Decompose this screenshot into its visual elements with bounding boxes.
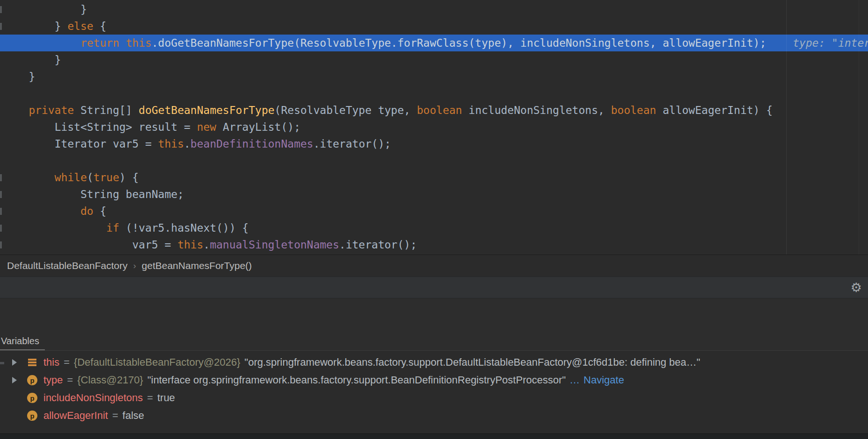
variables-list: this={DefaultListableBeanFactory@2026}"o… <box>0 354 868 425</box>
code-line[interactable]: Iterator var5 = this.beanDefinitionNames… <box>0 135 868 152</box>
code-line[interactable] <box>0 85 868 102</box>
code-token: .doGetBeanNamesForType(ResolvableType.fo… <box>152 37 766 49</box>
navigate-link[interactable]: Navigate <box>583 374 624 386</box>
equals-sign: = <box>64 356 70 368</box>
code-token: .iterator(); <box>313 138 391 150</box>
code-token: while <box>55 171 87 184</box>
code-token: boolean <box>611 104 656 116</box>
code-token: . <box>184 138 191 150</box>
code-line[interactable]: if (!var5.hasNext()) { <box>0 220 868 236</box>
code-token: beanDefinitionNames <box>191 138 313 150</box>
expand-arrow-icon[interactable] <box>12 377 27 383</box>
code-token: List<String> result = <box>3 121 197 133</box>
code-token: Iterator var5 = <box>3 138 158 150</box>
code-token <box>3 104 28 116</box>
code-token: var5 = <box>3 239 178 251</box>
code-token: .iterator(); <box>339 239 417 251</box>
debug-tabs-row: Variables <box>0 333 868 351</box>
editor-edge-line <box>859 0 859 255</box>
variable-value: false <box>122 410 144 422</box>
truncation-ellipsis: … <box>569 374 580 386</box>
code-line[interactable]: } <box>0 1 868 18</box>
debug-tool-window-header: ⚙ <box>0 276 868 298</box>
code-token: if <box>107 222 120 234</box>
code-token: else <box>67 20 93 32</box>
gutter-mark <box>0 225 2 232</box>
variable-name: includeNonSingletons <box>43 392 143 404</box>
gutter-mark <box>0 6 2 13</box>
expand-arrow-icon[interactable] <box>12 359 27 366</box>
code-token: return <box>80 37 119 49</box>
code-token: { <box>93 205 107 217</box>
code-line[interactable]: String beanName; <box>0 186 868 203</box>
variable-value: true <box>157 392 175 404</box>
object-value-icon <box>27 357 37 368</box>
code-token: ArrayList(); <box>216 121 300 133</box>
code-token: boolean <box>417 104 462 116</box>
code-token: ) { <box>119 171 139 184</box>
tab-variables[interactable]: Variables <box>0 333 45 350</box>
code-line[interactable]: do { <box>0 203 868 220</box>
bottom-border-strip <box>0 433 868 439</box>
equals-sign: = <box>147 392 153 404</box>
parameter-icon: p <box>27 375 37 385</box>
code-token: doGetBeanNamesForType <box>139 104 275 116</box>
variables-panel: this={DefaultListableBeanFactory@2026}"o… <box>0 351 868 433</box>
code-token: do <box>80 205 93 217</box>
gutter-mark <box>0 23 2 30</box>
variable-row[interactable]: pincludeNonSingletons=true <box>0 389 868 407</box>
gutter-mark <box>0 191 2 198</box>
code-token: (ResolvableType type, <box>275 104 417 116</box>
code-line[interactable]: private String[] doGetBeanNamesForType(R… <box>0 102 868 119</box>
code-line[interactable]: } <box>0 68 868 85</box>
code-editor[interactable]: } } else { return this.doGetBeanNamesFor… <box>0 0 868 255</box>
breadcrumb-separator-icon: › <box>133 261 136 271</box>
code-line[interactable]: var5 = this.manualSingletonNames.iterato… <box>0 236 868 253</box>
variable-value: "org.springframework.beans.factory.suppo… <box>244 356 700 368</box>
code-token: private <box>28 104 74 116</box>
code-token: } <box>3 71 35 83</box>
code-token: { <box>93 20 107 32</box>
code-token: this <box>178 239 203 251</box>
code-line[interactable]: } else { <box>0 18 868 35</box>
code-line[interactable]: } <box>0 51 868 68</box>
breadcrumb-method[interactable]: getBeanNamesForType() <box>142 260 252 271</box>
code-line[interactable]: while(true) { <box>0 169 868 186</box>
code-token: } <box>3 3 87 15</box>
variable-row[interactable]: this={DefaultListableBeanFactory@2026}"o… <box>0 354 868 371</box>
ide-debugger-window: } } else { return this.doGetBeanNamesFor… <box>0 0 868 439</box>
code-token: ( <box>87 171 93 184</box>
equals-sign: = <box>112 410 118 422</box>
code-token: String beanName; <box>3 188 184 200</box>
object-reference: {Class@2170} <box>77 374 143 386</box>
code-line[interactable] <box>0 152 868 169</box>
variable-row[interactable]: pallowEagerInit=false <box>0 407 868 425</box>
object-reference: {DefaultListableBeanFactory@2026} <box>74 356 240 368</box>
right-margin-guide <box>786 0 787 255</box>
parameter-icon: p <box>27 393 37 403</box>
code-area: } } else { return this.doGetBeanNamesFor… <box>0 1 868 253</box>
parameter-icon: p <box>27 411 37 421</box>
code-token: . <box>203 239 210 251</box>
variable-name: allowEagerInit <box>43 410 108 422</box>
settings-gear-icon[interactable]: ⚙ <box>851 280 862 294</box>
code-token <box>119 37 126 49</box>
code-token: String[] <box>74 104 138 116</box>
variable-name: this <box>43 356 59 368</box>
code-token: new <box>197 121 216 133</box>
breadcrumb-class[interactable]: DefaultListableBeanFactory <box>7 260 128 271</box>
triangle-glyph <box>12 359 17 366</box>
breadcrumb: DefaultListableBeanFactory › getBeanName… <box>0 255 868 276</box>
debugger-inline-hint: type: "inter <box>793 35 868 51</box>
code-token: } <box>3 20 67 32</box>
variable-row[interactable]: ptype={Class@2170}"interface org.springf… <box>0 371 868 389</box>
code-token: includeNonSingletons, <box>462 104 611 116</box>
variable-value: "interface org.springframework.beans.fac… <box>147 374 566 386</box>
code-line[interactable]: List<String> result = new ArrayList(); <box>0 119 868 135</box>
current-execution-line[interactable]: return this.doGetBeanNamesForType(Resolv… <box>0 35 868 51</box>
code-token <box>3 222 107 234</box>
code-token: (!var5.hasNext()) { <box>119 222 249 234</box>
code-token: allowEagerInit) { <box>656 104 773 116</box>
debug-toolbar-band <box>0 298 868 333</box>
code-token <box>3 205 80 217</box>
